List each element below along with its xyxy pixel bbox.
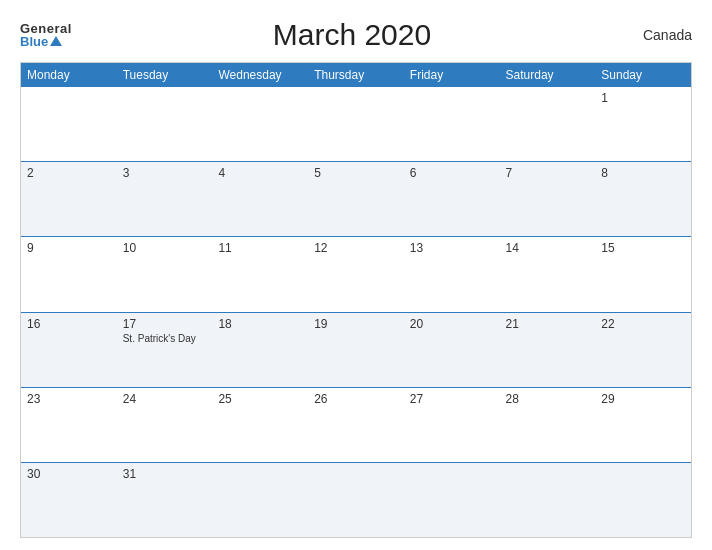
calendar-cell [595, 463, 691, 537]
calendar-cell: 24 [117, 388, 213, 462]
calendar-week-4: 1617St. Patrick's Day1819202122 [21, 312, 691, 387]
day-number: 23 [27, 392, 111, 406]
calendar: Monday Tuesday Wednesday Thursday Friday… [20, 62, 692, 538]
calendar-cell: 23 [21, 388, 117, 462]
calendar-cell: 8 [595, 162, 691, 236]
calendar-cell: 13 [404, 237, 500, 311]
day-number: 3 [123, 166, 207, 180]
calendar-cell: 7 [500, 162, 596, 236]
calendar-cell: 2 [21, 162, 117, 236]
logo-blue-text: Blue [20, 35, 62, 48]
day-number: 13 [410, 241, 494, 255]
calendar-cell: 5 [308, 162, 404, 236]
day-number: 2 [27, 166, 111, 180]
day-number: 30 [27, 467, 111, 481]
calendar-cell [212, 87, 308, 161]
day-number: 26 [314, 392, 398, 406]
calendar-header: Monday Tuesday Wednesday Thursday Friday… [21, 63, 691, 87]
calendar-cell [117, 87, 213, 161]
calendar-cell: 19 [308, 313, 404, 387]
day-number: 8 [601, 166, 685, 180]
calendar-cell: 22 [595, 313, 691, 387]
calendar-cell: 29 [595, 388, 691, 462]
day-event: St. Patrick's Day [123, 333, 207, 344]
header-thursday: Thursday [308, 63, 404, 87]
calendar-title: March 2020 [72, 18, 632, 52]
header: General Blue March 2020 Canada [20, 18, 692, 52]
day-number: 25 [218, 392, 302, 406]
day-number: 21 [506, 317, 590, 331]
calendar-cell: 9 [21, 237, 117, 311]
calendar-cell: 27 [404, 388, 500, 462]
calendar-cell [308, 87, 404, 161]
day-number: 7 [506, 166, 590, 180]
page: General Blue March 2020 Canada Monday Tu… [0, 0, 712, 550]
header-saturday: Saturday [500, 63, 596, 87]
calendar-cell: 4 [212, 162, 308, 236]
calendar-cell: 12 [308, 237, 404, 311]
day-number: 18 [218, 317, 302, 331]
calendar-cell: 20 [404, 313, 500, 387]
day-number: 14 [506, 241, 590, 255]
calendar-cell [308, 463, 404, 537]
calendar-cell: 11 [212, 237, 308, 311]
calendar-cell: 21 [500, 313, 596, 387]
header-tuesday: Tuesday [117, 63, 213, 87]
calendar-cell [500, 87, 596, 161]
day-number: 12 [314, 241, 398, 255]
calendar-cell [21, 87, 117, 161]
day-number: 22 [601, 317, 685, 331]
calendar-cell: 30 [21, 463, 117, 537]
logo: General Blue [20, 22, 72, 48]
calendar-week-2: 2345678 [21, 161, 691, 236]
day-number: 4 [218, 166, 302, 180]
day-number: 10 [123, 241, 207, 255]
calendar-cell [500, 463, 596, 537]
calendar-cell: 10 [117, 237, 213, 311]
header-monday: Monday [21, 63, 117, 87]
day-number: 16 [27, 317, 111, 331]
day-number: 5 [314, 166, 398, 180]
day-number: 9 [27, 241, 111, 255]
day-number: 17 [123, 317, 207, 331]
day-number: 27 [410, 392, 494, 406]
calendar-cell: 28 [500, 388, 596, 462]
day-number: 11 [218, 241, 302, 255]
day-number: 29 [601, 392, 685, 406]
day-number: 24 [123, 392, 207, 406]
calendar-cell: 17St. Patrick's Day [117, 313, 213, 387]
header-wednesday: Wednesday [212, 63, 308, 87]
calendar-cell [404, 87, 500, 161]
calendar-week-6: 3031 [21, 462, 691, 537]
calendar-cell: 26 [308, 388, 404, 462]
day-number: 15 [601, 241, 685, 255]
calendar-cell: 18 [212, 313, 308, 387]
calendar-cell [404, 463, 500, 537]
calendar-cell [212, 463, 308, 537]
calendar-week-3: 9101112131415 [21, 236, 691, 311]
calendar-week-5: 23242526272829 [21, 387, 691, 462]
day-number: 6 [410, 166, 494, 180]
day-number: 20 [410, 317, 494, 331]
calendar-cell: 15 [595, 237, 691, 311]
calendar-cell: 16 [21, 313, 117, 387]
header-friday: Friday [404, 63, 500, 87]
header-sunday: Sunday [595, 63, 691, 87]
logo-triangle-icon [50, 36, 62, 46]
calendar-cell: 1 [595, 87, 691, 161]
calendar-week-1: 1 [21, 87, 691, 161]
calendar-body: 1234567891011121314151617St. Patrick's D… [21, 87, 691, 537]
calendar-cell: 6 [404, 162, 500, 236]
calendar-cell: 25 [212, 388, 308, 462]
country-label: Canada [632, 27, 692, 43]
day-number: 19 [314, 317, 398, 331]
calendar-cell: 31 [117, 463, 213, 537]
day-number: 28 [506, 392, 590, 406]
day-number: 1 [601, 91, 685, 105]
day-number: 31 [123, 467, 207, 481]
calendar-cell: 3 [117, 162, 213, 236]
calendar-cell: 14 [500, 237, 596, 311]
